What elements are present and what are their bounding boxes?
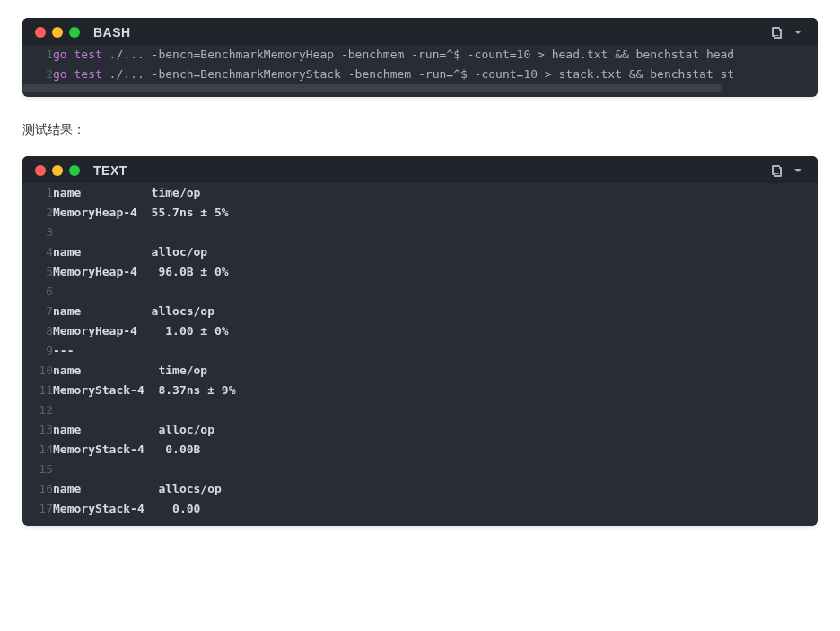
code-line: 15 (22, 460, 818, 479)
code-body: 1go test ./... -bench=BenchmarkMemoryHea… (22, 45, 818, 97)
line-content (53, 223, 818, 242)
line-content: name alloc/op (53, 242, 818, 262)
code-body: 1name time/op2MemoryHeap-4 55.7ns ± 5%3 … (22, 183, 818, 526)
line-content: MemoryHeap-4 55.7ns ± 5% (53, 203, 818, 223)
window-zoom-dot (69, 165, 80, 176)
traffic-lights: TEXT (35, 163, 127, 178)
line-number: 2 (22, 65, 53, 84)
line-content: MemoryHeap-4 1.00 ± 0% (53, 321, 818, 341)
copy-icon[interactable] (769, 25, 783, 39)
line-number: 2 (22, 203, 53, 223)
copy-icon[interactable] (769, 163, 783, 178)
line-content: name allocs/op (53, 302, 818, 321)
line-number: 1 (22, 45, 53, 65)
line-content: MemoryStack-4 0.00 (53, 499, 818, 519)
code-line: 16name allocs/op (22, 479, 818, 499)
line-content: MemoryStack-4 0.00B (53, 440, 818, 460)
code-block-text: TEXT 1name time/op2MemoryHeap-4 55.7ns ±… (22, 156, 818, 526)
result-caption: 测试结果： (22, 122, 818, 138)
code-line: 6 (22, 282, 818, 302)
line-content: name time/op (53, 361, 818, 381)
line-number: 1 (22, 183, 53, 203)
code-header: TEXT (22, 156, 818, 183)
window-close-dot (35, 165, 46, 176)
line-content: --- (53, 341, 818, 361)
code-header: BASH (22, 18, 818, 45)
line-content: go test ./... -bench=BenchmarkMemoryStac… (53, 65, 818, 84)
window-zoom-dot (69, 27, 80, 38)
chevron-down-icon[interactable] (791, 163, 805, 178)
code-line: 13name alloc/op (22, 420, 818, 440)
line-number: 7 (22, 302, 53, 321)
line-number: 13 (22, 420, 53, 440)
line-number: 4 (22, 242, 53, 262)
chevron-down-icon[interactable] (791, 25, 805, 39)
language-label: TEXT (93, 163, 127, 178)
code-block-bash: BASH 1go test ./... -bench=BenchmarkMemo… (22, 18, 818, 97)
code-lines: 1go test ./... -bench=BenchmarkMemoryHea… (22, 45, 818, 84)
horizontal-scrollbar[interactable] (22, 84, 818, 92)
line-number: 9 (22, 341, 53, 361)
traffic-lights: BASH (35, 25, 131, 39)
line-number: 5 (22, 262, 53, 282)
line-content: name alloc/op (53, 420, 818, 440)
line-content (53, 282, 818, 302)
line-number: 12 (22, 400, 53, 420)
line-content (53, 400, 818, 420)
code-line: 12 (22, 400, 818, 420)
code-line: 2go test ./... -bench=BenchmarkMemorySta… (22, 65, 818, 84)
code-actions (769, 25, 805, 39)
code-line: 3 (22, 223, 818, 242)
code-line: 9--- (22, 341, 818, 361)
window-close-dot (35, 27, 46, 38)
code-line: 2MemoryHeap-4 55.7ns ± 5% (22, 203, 818, 223)
code-line: 4name alloc/op (22, 242, 818, 262)
line-content: MemoryStack-4 8.37ns ± 9% (53, 381, 818, 400)
line-number: 3 (22, 223, 53, 242)
code-line: 8MemoryHeap-4 1.00 ± 0% (22, 321, 818, 341)
language-label: BASH (93, 25, 131, 39)
line-number: 14 (22, 440, 53, 460)
line-content: name time/op (53, 183, 818, 203)
code-line: 5MemoryHeap-4 96.0B ± 0% (22, 262, 818, 282)
scrollbar-thumb[interactable] (22, 84, 722, 92)
code-line: 11MemoryStack-4 8.37ns ± 9% (22, 381, 818, 400)
line-number: 15 (22, 460, 53, 479)
window-minimize-dot (52, 27, 63, 38)
code-actions (769, 163, 805, 178)
line-number: 16 (22, 479, 53, 499)
code-lines: 1name time/op2MemoryHeap-4 55.7ns ± 5%3 … (22, 183, 818, 519)
line-number: 17 (22, 499, 53, 519)
code-line: 14MemoryStack-4 0.00B (22, 440, 818, 460)
line-content: MemoryHeap-4 96.0B ± 0% (53, 262, 818, 282)
line-number: 10 (22, 361, 53, 381)
code-line: 17MemoryStack-4 0.00 (22, 499, 818, 519)
line-content (53, 460, 818, 479)
code-line: 1go test ./... -bench=BenchmarkMemoryHea… (22, 45, 818, 65)
line-number: 6 (22, 282, 53, 302)
line-content: name allocs/op (53, 479, 818, 499)
line-content: go test ./... -bench=BenchmarkMemoryHeap… (53, 45, 818, 65)
code-line: 1name time/op (22, 183, 818, 203)
code-line: 7name allocs/op (22, 302, 818, 321)
line-number: 8 (22, 321, 53, 341)
line-number: 11 (22, 381, 53, 400)
code-line: 10name time/op (22, 361, 818, 381)
window-minimize-dot (52, 165, 63, 176)
